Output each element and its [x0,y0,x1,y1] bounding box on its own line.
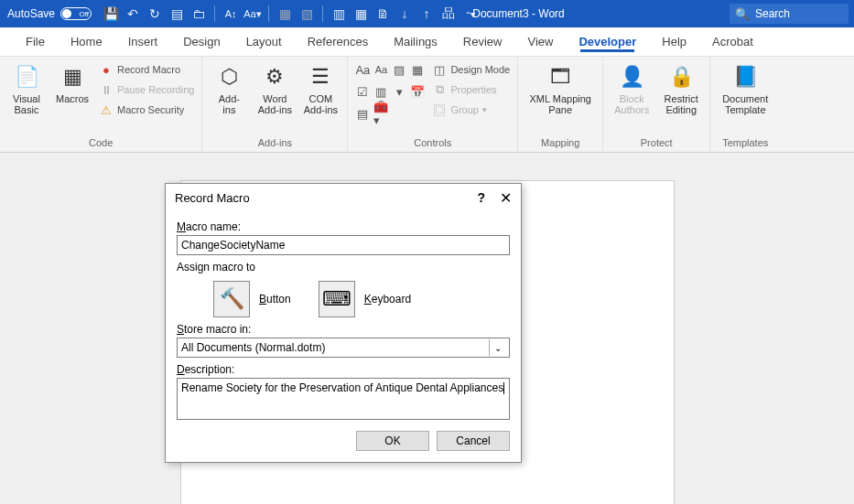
document-template-icon: 📘 [730,62,760,91]
com-addins-icon: ☰ [306,62,335,91]
combobox-icon[interactable]: ▥ [373,84,388,99]
document-template-button[interactable]: 📘 Document Template [716,60,774,115]
repeating-icon[interactable]: ▤ [355,106,370,121]
block-authors-button: 👤 Block Authors [609,60,654,115]
macro-security-button[interactable]: ⚠ Macro Security [97,101,196,119]
restrict-editing-icon: 🔒 [666,62,696,91]
security-icon: ⚠ [99,102,114,117]
macro-name-input[interactable] [177,235,510,255]
autosave-control[interactable]: AutoSave Off [7,7,92,20]
store-macro-label: Store macro in: [177,323,510,336]
font-size-icon[interactable]: A↕ [221,4,241,24]
xml-mapping-icon: 🗔 [546,62,575,91]
date-picker-icon[interactable]: 📅 [410,84,425,99]
ribbon-tabs: File Home Insert Design Layout Reference… [0,27,854,57]
block-authors-icon: 👤 [617,62,646,91]
title-bar: AutoSave Off 💾 ↶ ↻ ▤ 🗀 A↕ Aa▾ ▦ ▧ ▥ ▦ 🗎 … [0,0,854,27]
properties-button: ⧉ Properties [430,80,512,99]
legacy-tools-icon[interactable]: 🧰▾ [373,106,388,121]
visual-basic-button[interactable]: 📄 Visual Basic [5,60,48,115]
addins-button[interactable]: ⬡ Add- ins [208,60,250,115]
ok-button[interactable]: OK [356,431,429,451]
tab-review[interactable]: Review [450,27,515,56]
group-label: Mapping [524,135,597,152]
help-button[interactable]: ? [477,190,485,205]
assign-keyboard-option[interactable]: ⌨ Keyboard [319,281,411,317]
record-macro-button[interactable]: ● Record Macro [97,60,196,79]
arrow-up-icon[interactable]: ↑ [416,4,437,24]
picture-icon[interactable]: ▨ [392,62,406,77]
visual-basic-icon: 📄 [12,62,41,91]
keyboard-icon: ⌨ [319,281,355,317]
description-input[interactable]: Rename Society for the Preservation of A… [177,378,510,420]
redo-icon[interactable]: ↻ [145,4,165,24]
search-icon: 🔍 [735,7,750,21]
undo-icon[interactable]: ↶ [123,4,143,24]
tab-mailings[interactable]: Mailings [381,27,450,56]
change-case-icon[interactable]: Aa▾ [243,4,263,24]
group-label: Protect [609,135,704,152]
macros-button[interactable]: ▦ Macros [51,60,93,104]
word-addins-icon: ⚙ [260,62,289,91]
tab-layout[interactable]: Layout [233,27,295,56]
dialog-title: Record Macro [175,191,250,205]
tab-insert[interactable]: Insert [115,27,171,56]
dropdown-icon[interactable]: ▾ [392,84,406,99]
design-mode-button[interactable]: ◫ Design Mode [430,60,512,79]
assign-button-option[interactable]: 🔨 Button [213,281,291,317]
qat-icon[interactable]: ▥ [329,4,349,24]
dialog-titlebar[interactable]: Record Macro ? ✕ [166,184,521,211]
search-box[interactable]: 🔍 Search [730,4,849,24]
qat-icon[interactable]: ▦ [351,4,371,24]
autosave-toggle[interactable]: Off [60,7,92,20]
cancel-button[interactable]: Cancel [437,431,510,451]
record-macro-dialog: Record Macro ? ✕ Macro name: Assign macr… [165,183,522,463]
xml-mapping-button[interactable]: 🗔 XML Mapping Pane [524,60,597,115]
tab-file[interactable]: File [13,27,58,56]
group-templates: 📘 Document Template Templates [710,57,780,152]
word-addins-button[interactable]: ⚙ Word Add-ins [254,60,296,115]
store-macro-value: All Documents (Normal.dotm) [181,341,325,354]
hierarchy-icon[interactable]: 品 [438,4,459,24]
rich-text-icon[interactable]: Aa [355,62,370,77]
design-mode-icon: ◫ [432,62,447,77]
pause-icon: ⏸ [99,82,114,97]
quick-access-toolbar: 💾 ↶ ↻ ▤ 🗀 A↕ Aa▾ ▦ ▧ ▥ ▦ 🗎 ↓ ↑ 品 ⁼▾ [101,4,481,24]
addins-icon: ⬡ [214,62,243,91]
qat-icon[interactable]: ▦ [275,4,295,24]
macros-icon: ▦ [58,62,87,91]
tab-view[interactable]: View [514,27,566,56]
building-blocks-icon[interactable]: ▦ [410,62,425,77]
pause-recording-button: ⏸ Pause Recording [97,80,196,99]
chevron-down-icon: ▾ [482,105,487,114]
tab-help[interactable]: Help [649,27,699,56]
checkbox-icon[interactable]: ☑ [355,84,370,99]
save-icon[interactable]: 💾 [101,4,121,24]
record-icon: ● [99,62,114,77]
qat-icon[interactable]: 🗎 [373,4,393,24]
group-mapping: 🗔 XML Mapping Pane Mapping [518,57,603,152]
chevron-down-icon[interactable]: ⌄ [489,339,505,356]
group-button: ⿴ Group ▾ [430,101,512,119]
group-label: Controls [353,135,512,152]
tab-design[interactable]: Design [170,27,232,56]
group-addins: ⬡ Add- ins ⚙ Word Add-ins ☰ COM Add-ins … [202,57,348,152]
group-protect: 👤 Block Authors 🔒 Restrict Editing Prote… [603,57,710,152]
group-code: 📄 Visual Basic ▦ Macros ● Record Macro ⏸… [0,57,202,152]
restrict-editing-button[interactable]: 🔒 Restrict Editing [658,60,704,115]
arrow-down-icon[interactable]: ↓ [395,4,415,24]
close-button[interactable]: ✕ [500,189,512,207]
tab-references[interactable]: References [295,27,381,56]
search-placeholder: Search [755,7,790,20]
properties-icon: ⧉ [432,82,447,97]
tab-home[interactable]: Home [58,27,115,56]
store-macro-select[interactable]: All Documents (Normal.dotm) ⌄ [177,338,510,358]
tab-developer[interactable]: Developer [566,27,649,56]
qat-icon[interactable]: ▤ [167,4,187,24]
tab-acrobat[interactable]: Acrobat [699,27,766,56]
qat-icon[interactable]: 🗀 [189,4,209,24]
plain-text-icon[interactable]: Aa [373,62,388,77]
com-addins-button[interactable]: ☰ COM Add-ins [299,60,341,115]
group-icon: ⿴ [432,102,447,117]
qat-icon[interactable]: ▧ [297,4,317,24]
